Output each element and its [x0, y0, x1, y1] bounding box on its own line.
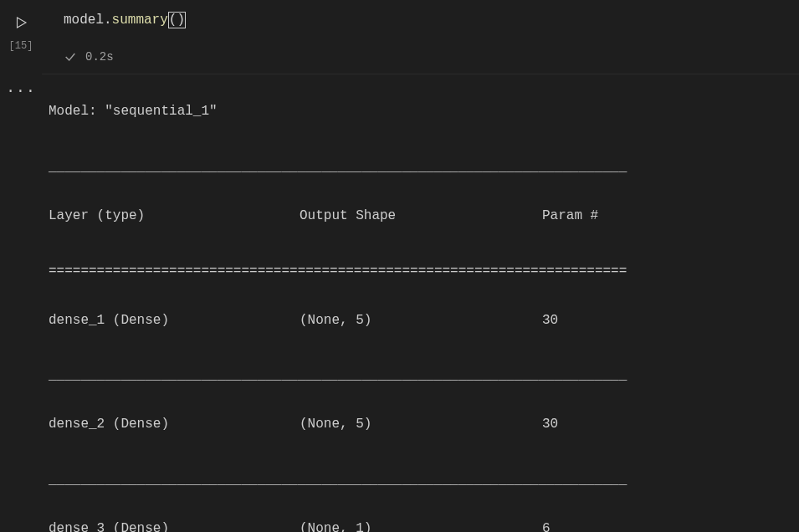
header-param: Param # — [542, 207, 668, 226]
layer-name: dense_1 (Dense) — [49, 311, 300, 330]
layer-params: 6 — [542, 519, 668, 532]
more-icon[interactable]: ··· — [6, 83, 35, 532]
layer-shape: (None, 1) — [300, 519, 542, 532]
code-area: model.summary() 0.2s — [42, 0, 799, 74]
execution-status: 0.2s — [42, 40, 799, 74]
table-header: Layer (type)Output ShapeParam # — [49, 207, 792, 226]
model-name-line: Model: "sequential_1" — [49, 102, 792, 121]
table-row: dense_2 (Dense)(None, 5)30 — [49, 415, 792, 434]
output-gutter: ··· — [0, 74, 42, 532]
cell-gutter: [15] — [0, 0, 42, 74]
code-parens: () — [168, 12, 186, 28]
rule-underscore-3: ________________________________________… — [49, 471, 792, 490]
table-row: dense_3 (Dense)(None, 1)6 — [49, 519, 792, 532]
play-icon — [13, 15, 28, 30]
rule-underscore-2: ________________________________________… — [49, 366, 792, 386]
code-method: summary — [112, 13, 168, 28]
layer-params: 30 — [542, 415, 668, 434]
table-row: dense_1 (Dense)(None, 5)30 — [49, 311, 792, 330]
code-input[interactable]: model.summary() — [42, 0, 799, 40]
code-object: model. — [64, 13, 112, 28]
header-layer: Layer (type) — [49, 207, 300, 226]
output-row: ··· Model: "sequential_1" ______________… — [0, 74, 799, 532]
rule-equals-1: ========================================… — [49, 262, 792, 281]
code-cell: [15] model.summary() 0.2s — [0, 0, 799, 74]
layer-shape: (None, 5) — [300, 311, 542, 330]
check-icon — [64, 50, 77, 64]
execution-count: [15] — [9, 40, 33, 52]
rule-underscore-1: ________________________________________… — [49, 158, 792, 177]
layer-name: dense_2 (Dense) — [49, 415, 300, 434]
layer-shape: (None, 5) — [300, 415, 542, 434]
cell-output: Model: "sequential_1" __________________… — [42, 74, 799, 532]
execution-time: 0.2s — [85, 50, 114, 64]
header-output: Output Shape — [300, 207, 542, 226]
layer-name: dense_3 (Dense) — [49, 519, 300, 532]
layer-params: 30 — [542, 311, 668, 330]
run-button[interactable] — [8, 10, 33, 35]
